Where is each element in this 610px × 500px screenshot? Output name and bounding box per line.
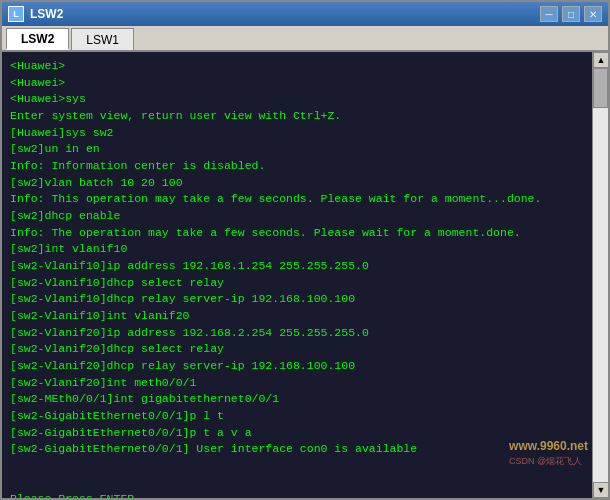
- scroll-up-button[interactable]: ▲: [593, 52, 608, 68]
- title-bar: L LSW2 ─ □ ✕: [2, 2, 608, 26]
- scrollbar: ▲ ▼: [592, 52, 608, 498]
- tab-bar: LSW2 LSW1: [2, 26, 608, 52]
- title-bar-left: L LSW2: [8, 6, 63, 22]
- maximize-button[interactable]: □: [562, 6, 580, 22]
- terminal-output[interactable]: <Huawei> <Huawei> <Huawei>sys Enter syst…: [2, 52, 592, 498]
- window-icon: L: [8, 6, 24, 22]
- main-window: L LSW2 ─ □ ✕ LSW2 LSW1 <Huawei> <Huawei>…: [0, 0, 610, 500]
- content-area: <Huawei> <Huawei> <Huawei>sys Enter syst…: [2, 52, 608, 498]
- scroll-down-button[interactable]: ▼: [593, 482, 608, 498]
- window-title: LSW2: [30, 7, 63, 21]
- scrollbar-thumb[interactable]: [593, 68, 608, 108]
- window-controls: ─ □ ✕: [540, 6, 602, 22]
- tab-lsw1[interactable]: LSW1: [71, 28, 134, 50]
- minimize-button[interactable]: ─: [540, 6, 558, 22]
- tab-lsw2[interactable]: LSW2: [6, 28, 69, 50]
- close-button[interactable]: ✕: [584, 6, 602, 22]
- scrollbar-track[interactable]: [593, 68, 608, 482]
